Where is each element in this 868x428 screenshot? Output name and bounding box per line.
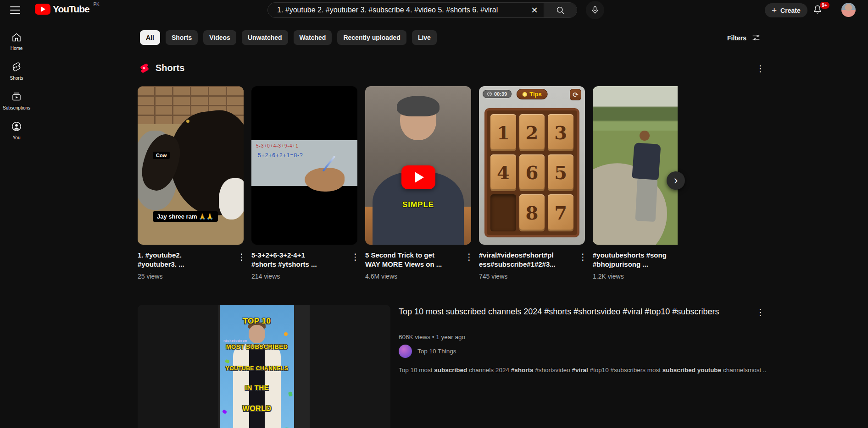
shorts-card-menu-button[interactable]: ⋮ [576, 251, 585, 280]
shorts-logo-icon [139, 62, 150, 74]
video-description: Top 10 most subscribed channels 2024 #sh… [399, 367, 766, 373]
subscriptions-icon [11, 91, 22, 102]
shorts-thumbnail-field[interactable] [593, 86, 678, 245]
shorts-view-count: 214 views [251, 273, 348, 280]
sidebar-item-home[interactable]: Home [0, 27, 33, 56]
create-label: Create [780, 7, 801, 14]
filter-chip-bar: All Shorts Videos Unwatched Watched Rece… [140, 30, 437, 45]
video-thumbnail[interactable]: nickelodeon TOP 10 MOST SUBSCRIBED YOUTU… [138, 305, 390, 428]
plus-icon: + [772, 6, 777, 15]
sidebar-item-shorts[interactable]: Shorts [0, 56, 33, 86]
filters-button[interactable]: Filters [727, 33, 761, 43]
shorts-card-menu-button[interactable]: ⋮ [462, 251, 471, 280]
puzzle-shuffle-icon: ⟳ [570, 89, 581, 100]
puzzle-board: 1 2 3 4 6 5 8 7 [484, 108, 579, 237]
filters-label: Filters [727, 34, 746, 42]
shorts-card-menu-button[interactable]: ⋮ [348, 251, 357, 280]
sidebar-item-you[interactable]: You [0, 116, 33, 146]
whiteboard-line-2: 5+2+6+2+1=8-? [258, 152, 303, 159]
clock-icon [487, 92, 492, 96]
carousel-next-button[interactable]: › [667, 171, 685, 190]
shorts-card: SIMPLE 5 Second Trick to get WAY MORE Vi… [365, 86, 471, 280]
sidebar-label-subscriptions: Subscriptions [3, 105, 30, 110]
shorts-section-menu-button[interactable]: ⋮ [753, 62, 768, 75]
chip-shorts[interactable]: Shorts [166, 30, 198, 45]
search-button[interactable] [544, 3, 577, 17]
microphone-icon [590, 5, 600, 15]
shorts-icon [11, 61, 22, 72]
whiteboard-line-1: 5-3+0+4-3+9-4+1 [256, 143, 299, 148]
tune-filters-icon [751, 33, 761, 43]
channel-name: Top 10 Things [417, 348, 456, 355]
sidebar-item-subscriptions[interactable]: Subscriptions [0, 86, 33, 116]
voice-search-button[interactable] [586, 1, 604, 19]
thumbnail-overlay-text: SIMPLE [365, 200, 471, 209]
chip-videos[interactable]: Videos [203, 30, 236, 45]
sidebar: Home Shorts Subscriptions You [0, 20, 33, 146]
youtube-play-icon [35, 4, 50, 15]
chip-watched[interactable]: Watched [294, 30, 332, 45]
puzzle-tips-button: Tips [516, 89, 548, 99]
notification-count-badge[interactable]: 9+ [820, 2, 829, 9]
shorts-card: Cow Jay shree ram 🙏🙏 1. #youtube2. #yout… [138, 86, 244, 280]
play-button-overlay [401, 165, 435, 189]
thumbnail-tag-label: Cow [153, 152, 170, 159]
account-avatar[interactable] [841, 3, 856, 17]
shorts-card: 5-3+0+4-3+9-4+1 5+2+6+2+1=8-? 5-3+2+6-3+… [251, 86, 357, 280]
shorts-card-menu-button[interactable]: ⋮ [234, 251, 244, 280]
search-icon [556, 5, 565, 15]
shorts-section-title: Shorts [156, 63, 184, 73]
chip-all[interactable]: All [140, 30, 160, 45]
sidebar-label-home: Home [11, 46, 23, 51]
chip-recently-uploaded[interactable]: Recently uploaded [337, 30, 406, 45]
shorts-carousel: Cow Jay shree ram 🙏🙏 1. #youtube2. #yout… [138, 86, 678, 280]
thumbnail-text-overlay: TOP 10 MOST SUBSCRIBED YOUTUBE CHANNELS … [220, 305, 294, 428]
shorts-title-link[interactable]: 1. #youtube2. #youtuber3. ... 25 views [138, 251, 234, 280]
top-bar: YouTube PK 1. #youtube 2. #youtuber 3. #… [0, 0, 868, 20]
logo-country-code: PK [93, 2, 99, 7]
shorts-thumbnail-cow[interactable]: Cow Jay shree ram 🙏🙏 [138, 86, 244, 245]
bulb-icon [522, 92, 527, 97]
video-meta: 606K views • 1 year ago [399, 334, 465, 340]
shorts-thumbnail-man[interactable]: SIMPLE [365, 86, 471, 245]
shorts-view-count: 745 views [479, 273, 576, 280]
thumbnail-caption: Jay shree ram 🙏🙏 [153, 211, 218, 222]
shorts-view-count: 4.6M views [365, 273, 462, 280]
puzzle-timer: 00:39 [483, 90, 512, 98]
shorts-thumbnail-puzzle[interactable]: 00:39 Tips ⟳ 1 2 3 4 6 5 8 7 [479, 86, 585, 245]
shorts-title-link[interactable]: 5 Second Trick to get WAY MORE Views on … [365, 251, 462, 280]
home-icon [11, 32, 22, 43]
chevron-right-icon: › [674, 174, 678, 186]
hamburger-menu-icon[interactable] [10, 5, 20, 15]
youtube-logo[interactable]: YouTube PK [35, 4, 89, 15]
shorts-card: 00:39 Tips ⟳ 1 2 3 4 6 5 8 7 [479, 86, 585, 280]
channel-avatar [399, 345, 412, 358]
shorts-thumbnail-math[interactable]: 5-3+0+4-3+9-4+1 5+2+6+2+1=8-? [251, 86, 357, 245]
you-icon [11, 121, 22, 132]
video-result-menu-button[interactable]: ⋮ [753, 306, 768, 318]
sidebar-label-shorts: Shorts [10, 76, 23, 81]
shorts-title-link[interactable]: 5-3+2+6-3+2-4+1 #shorts #ytshorts ... 21… [251, 251, 348, 280]
shorts-title-link[interactable]: #viral#videos#short#pl ess#subscribe#1#2… [479, 251, 576, 280]
chip-unwatched[interactable]: Unwatched [242, 30, 288, 45]
shorts-card: #youtubeshorts #song #bhojpurisong ... 1… [593, 86, 678, 280]
chip-live[interactable]: Live [412, 30, 437, 45]
video-title-link[interactable]: Top 10 most subscribed channels 2024 #sh… [399, 305, 720, 318]
sidebar-label-you: You [13, 135, 21, 140]
shorts-section-header: Shorts [139, 62, 184, 74]
shorts-view-count: 1.2K views [593, 273, 678, 280]
logo-text: YouTube [53, 4, 89, 14]
clear-search-icon[interactable]: × [525, 3, 544, 17]
channel-row[interactable]: Top 10 Things [399, 345, 456, 358]
create-button[interactable]: + Create [765, 3, 807, 17]
shorts-view-count: 25 views [138, 273, 234, 280]
search-input[interactable]: 1. #youtube 2. #youtuber 3. #subscribe 4… [268, 3, 525, 17]
search-bar: 1. #youtube 2. #youtuber 3. #subscribe 4… [267, 2, 577, 18]
shorts-title-link[interactable]: #youtubeshorts #song #bhojpurisong ... 1… [593, 251, 678, 280]
